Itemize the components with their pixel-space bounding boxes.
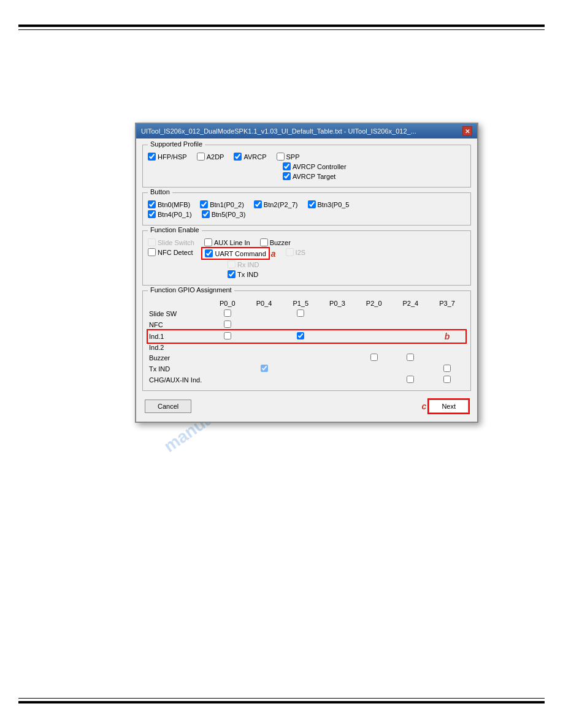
gpio-ind2-p24 — [393, 343, 429, 352]
btn2-checkbox[interactable] — [254, 200, 262, 208]
profile-hfphsp[interactable]: HFP/HSP — [148, 153, 187, 161]
profile-avrcp-target[interactable]: AVRCP Target — [283, 172, 335, 180]
function-enable-row-3: Rx IND — [228, 260, 465, 268]
gpio-buzzer-p20-cb[interactable] — [370, 354, 378, 361]
gpio-ind1-p15 — [282, 330, 319, 343]
supported-profile-legend: Supported Profile — [148, 140, 205, 148]
buzzer-checkbox[interactable] — [260, 238, 268, 246]
function-enable-content: Slide Switch AUX Line In Buzzer NFC Dete… — [148, 238, 465, 278]
gpio-nfc-p00-cb[interactable] — [224, 320, 231, 328]
gpio-chgaux-p24-cb[interactable] — [407, 376, 414, 383]
btn3[interactable]: Btn3(P0_5 — [308, 200, 350, 208]
btn0-checkbox[interactable] — [148, 200, 156, 208]
profile-a2dp[interactable]: A2DP — [197, 153, 224, 161]
i2s-item: I2S — [286, 248, 306, 256]
dialog-body: Supported Profile HFP/HSP A2DP AVRCP — [136, 138, 477, 422]
gpio-txind-p24 — [393, 363, 429, 374]
gpio-ind1-p00-cb[interactable] — [224, 332, 231, 339]
gpio-chgaux-p03 — [319, 374, 356, 385]
btn2[interactable]: Btn2(P2_7) — [254, 200, 298, 208]
gpio-slidesw-p15-cb[interactable] — [297, 309, 304, 317]
gpio-col-p03: P0_3 — [319, 298, 356, 308]
dialog-title-bar: UITool_IS206x_012_DualModeSPK1.1_v1.03_U… — [136, 124, 477, 138]
dialog-title: UITool_IS206x_012_DualModeSPK1.1_v1.03_U… — [141, 127, 416, 135]
profile-avrcp-target-checkbox[interactable] — [283, 172, 291, 180]
button-row-2: Btn4(P0_1) Btn5(P0_3) — [148, 210, 465, 218]
btn0[interactable]: Btn0(MFB) — [148, 200, 190, 208]
buzzer-item[interactable]: Buzzer — [260, 238, 291, 246]
profile-hfphsp-checkbox[interactable] — [148, 153, 156, 161]
gpio-txind-p04-cb[interactable] — [261, 365, 268, 372]
gpio-nfc-p24 — [393, 319, 429, 330]
btn4[interactable]: Btn4(P0_1) — [148, 210, 192, 218]
gpio-row-txind: Tx IND — [148, 363, 465, 374]
gpio-table: P0_0 P0_4 P1_5 P0_3 P2_0 P2_4 P3_7 Slide — [148, 298, 465, 385]
nfc-detect-checkbox[interactable] — [148, 248, 156, 256]
gpio-ind2-p15 — [282, 343, 319, 352]
profile-avrcp-controller-checkbox[interactable] — [283, 162, 291, 170]
i2s-checkbox[interactable] — [286, 248, 294, 256]
btn1[interactable]: Btn1(P0_2) — [200, 200, 244, 208]
profile-spp-checkbox[interactable] — [277, 153, 285, 161]
cancel-button[interactable]: Cancel — [145, 400, 191, 413]
aux-line-in-item[interactable]: AUX Line In — [204, 238, 250, 246]
gpio-slidesw-p00-cb[interactable] — [224, 309, 231, 317]
tx-ind-item[interactable]: Tx IND — [228, 270, 258, 278]
function-gpio-group: Function GPIO Assignment P0_0 P0_4 P1_5 … — [142, 290, 471, 391]
aux-line-in-checkbox[interactable] — [204, 238, 212, 246]
supported-profile-content: HFP/HSP A2DP AVRCP SPP — [148, 153, 465, 180]
main-dialog: UITool_IS206x_012_DualModeSPK1.1_v1.03_U… — [135, 123, 478, 423]
btn3-checkbox[interactable] — [308, 200, 316, 208]
uart-command-item[interactable]: UART Command — [202, 248, 268, 259]
gpio-chgaux-p24 — [393, 374, 429, 385]
dialog-close-button[interactable]: ✕ — [462, 126, 472, 136]
gpio-nfc-p03 — [319, 319, 356, 330]
uart-command-checkbox[interactable] — [205, 249, 213, 257]
gpio-txind-p37 — [429, 363, 465, 374]
profile-avrcp-label: AVRCP — [243, 153, 266, 161]
function-gpio-legend: Function GPIO Assignment — [148, 286, 234, 294]
top-border-thin — [18, 29, 545, 30]
gpio-ind1-p20 — [356, 330, 393, 343]
profile-avrcp-controller[interactable]: AVRCP Controller — [283, 162, 347, 170]
gpio-col-p00: P0_0 — [209, 298, 246, 308]
btn1-checkbox[interactable] — [200, 200, 208, 208]
gpio-chgaux-p15 — [282, 374, 319, 385]
bottom-border-thin — [18, 698, 545, 699]
slide-switch-checkbox[interactable] — [148, 238, 156, 246]
profile-hfphsp-label: HFP/HSP — [158, 153, 187, 161]
buzzer-label: Buzzer — [270, 239, 291, 246]
gpio-row-buzzer: Buzzer — [148, 352, 465, 363]
gpio-txind-p37-cb[interactable] — [443, 365, 451, 372]
gpio-chgaux-p00 — [209, 374, 246, 385]
btn1-label: Btn1(P0_2) — [210, 201, 244, 208]
profile-a2dp-checkbox[interactable] — [197, 153, 205, 161]
profile-avrcp[interactable]: AVRCP — [234, 153, 266, 161]
gpio-buzzer-p24-cb[interactable] — [407, 354, 414, 361]
gpio-col-p04: P0_4 — [246, 298, 283, 308]
btn5[interactable]: Btn5(P0_3) — [202, 210, 246, 218]
uart-command-wrapper: UART Command a — [202, 248, 275, 259]
gpio-chgaux-p37-cb[interactable] — [443, 376, 451, 383]
next-button[interactable]: Next — [429, 400, 469, 413]
gpio-ind1-p15-cb[interactable] — [297, 332, 304, 339]
gpio-row-slidesw: Slide SW — [148, 308, 465, 319]
nfc-detect-item[interactable]: NFC Detect — [148, 248, 193, 256]
profile-spp-label: SPP — [286, 153, 300, 161]
function-enable-row-2: NFC Detect UART Command a I2S — [148, 248, 465, 259]
profile-row-3: AVRCP Target — [283, 172, 465, 180]
btn4-checkbox[interactable] — [148, 210, 156, 218]
next-button-wrapper: c Next — [422, 400, 469, 413]
gpio-txind-label: Tx IND — [148, 363, 209, 374]
gpio-nfc-p00 — [209, 319, 246, 330]
nfc-detect-label: NFC Detect — [158, 249, 193, 256]
btn5-checkbox[interactable] — [202, 210, 210, 218]
profile-avrcp-target-label: AVRCP Target — [293, 173, 335, 180]
rx-ind-checkbox[interactable] — [228, 260, 236, 268]
gpio-buzzer-p04 — [246, 352, 283, 363]
profile-avrcp-checkbox[interactable] — [234, 153, 242, 161]
profile-spp[interactable]: SPP — [277, 153, 300, 161]
gpio-chgaux-label: CHG/AUX-IN Ind. — [148, 374, 209, 385]
tx-ind-checkbox[interactable] — [228, 270, 236, 278]
gpio-ind2-p00 — [209, 343, 246, 352]
